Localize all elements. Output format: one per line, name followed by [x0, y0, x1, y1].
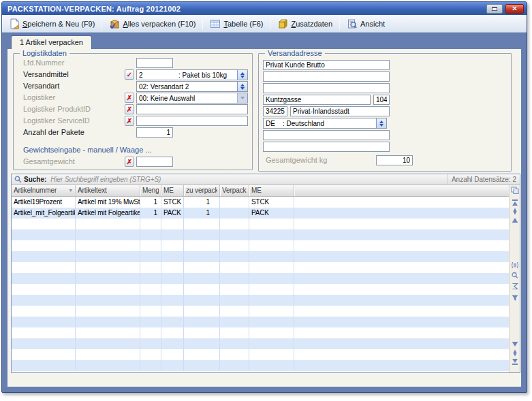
versandmittel-combobox[interactable]: 2: Paket bis 10kg — [136, 69, 248, 80]
gesamtgewicht-clear-button[interactable]: ✗ — [125, 157, 134, 167]
save-new-button[interactable]: Speichern & Neu (F9) — [3, 16, 100, 31]
title-bar[interactable]: PACKSTATION-VERPACKEN: Auftrag 20121002 … — [2, 2, 527, 15]
scroll-last-icon[interactable] — [511, 358, 519, 366]
pakete-field[interactable] — [136, 127, 173, 138]
table-row-empty[interactable] — [12, 306, 509, 317]
column-header-verpackt[interactable]: Verpackt — [220, 185, 249, 196]
serviceid-field[interactable] — [136, 116, 248, 126]
column-header-filler[interactable] — [294, 185, 509, 196]
cell-zu_verpacken — [184, 306, 220, 317]
table-row-empty[interactable] — [12, 229, 509, 240]
column-header-me[interactable]: ME — [161, 185, 184, 196]
sum-icon[interactable] — [511, 283, 519, 290]
hausnummer-field[interactable] — [373, 95, 390, 105]
table-row-empty[interactable] — [12, 251, 509, 262]
gesamtgewicht-field[interactable] — [136, 157, 173, 167]
produktid-field[interactable] — [136, 104, 248, 114]
table-row-empty[interactable] — [12, 273, 509, 284]
name2-field[interactable] — [263, 71, 390, 82]
table-row[interactable]: Artikel19ProzentArtikel mit 19% MwSt.1ST… — [12, 197, 509, 208]
column-header-artikelnummer[interactable]: Artikelnummer▼ — [12, 185, 76, 196]
tab-artikel-verpacken[interactable]: 1 Artikel verpacken — [11, 35, 92, 49]
spinner-icon[interactable] — [237, 70, 247, 80]
cell-me2 — [249, 251, 294, 262]
table-row-empty[interactable] — [12, 317, 509, 327]
column-header-artikeltext[interactable]: Artikeltext — [76, 185, 140, 196]
close-button[interactable]: ✕ — [505, 4, 524, 14]
cell-menge — [140, 295, 161, 306]
scroll-first-icon[interactable] — [511, 199, 519, 206]
name1-field[interactable] — [263, 60, 390, 70]
strasse-field[interactable] — [263, 95, 371, 105]
cell-artikeltext — [76, 229, 140, 240]
adresszusatz1-field[interactable] — [263, 130, 390, 140]
filter-icon[interactable] — [511, 294, 519, 302]
cell-artikelnummer — [12, 284, 76, 295]
versandmittel-check-button[interactable]: ✓ — [125, 69, 134, 80]
table-row-empty[interactable] — [12, 284, 509, 295]
table-row-empty[interactable] — [12, 262, 509, 273]
cell-menge — [140, 262, 161, 273]
column-header-menge[interactable]: Menge — [140, 185, 161, 196]
table-row-empty[interactable] — [12, 349, 509, 360]
logistiker-clear-button[interactable]: ✗ — [125, 93, 134, 103]
splitter-icon[interactable] — [511, 261, 519, 269]
grid-search-icon[interactable] — [511, 272, 519, 279]
versandart-combobox[interactable]: 02: Versandart 2 — [136, 81, 248, 92]
cell-me — [161, 349, 184, 360]
table-button[interactable]: Tabelle (F6) — [204, 16, 268, 31]
lfdnummer-field[interactable] — [136, 58, 173, 68]
table-row-empty[interactable] — [12, 219, 509, 229]
logistiker-label: Logistiker — [23, 93, 55, 101]
cell-artikeltext — [76, 284, 140, 295]
produktid-clear-button[interactable]: ✗ — [125, 104, 134, 114]
column-chooser-icon[interactable] — [511, 187, 519, 194]
gesamtgewicht-kg-field[interactable] — [376, 155, 413, 165]
cell-menge — [140, 240, 161, 251]
page-up-icon[interactable] — [511, 208, 519, 215]
table-row-empty[interactable] — [12, 327, 509, 338]
cell-verpackt — [220, 306, 249, 317]
cell-filler — [294, 360, 509, 371]
column-header-me2[interactable]: ME — [249, 185, 294, 196]
cell-verpackt — [220, 262, 249, 273]
view-button[interactable]: Ansicht — [341, 16, 390, 31]
maximize-button[interactable] — [486, 4, 503, 14]
produktid-label: Logistiker ProduktID — [23, 105, 91, 113]
table-row-empty[interactable] — [12, 360, 509, 371]
logistiker-combobox[interactable]: 00: Keine Auswahl — [136, 93, 248, 103]
column-header-zu_verpacken[interactable]: zu verpacke — [184, 185, 220, 196]
name3-field[interactable] — [263, 83, 390, 93]
search-label: Suche: — [24, 176, 46, 183]
maximize-icon — [492, 7, 497, 11]
table-row-empty[interactable] — [12, 240, 509, 251]
cell-menge: 1 — [140, 197, 161, 208]
scroll-down-icon[interactable] — [511, 340, 519, 348]
cell-artikelnummer — [12, 360, 76, 371]
table-row[interactable]: Artikel_mit_FolgeartikelArtikel mit Folg… — [12, 208, 509, 219]
spinner-icon[interactable] — [237, 82, 247, 91]
land-combobox[interactable]: DE: Deutschland — [263, 118, 387, 129]
ort-field[interactable] — [290, 106, 390, 116]
spinner-icon[interactable] — [376, 118, 386, 128]
search-bar[interactable]: Suche: Hier Suchbegriff eingeben (STRG+S… — [12, 174, 520, 185]
cell-zu_verpacken — [184, 295, 220, 306]
adresszusatz2-field[interactable] — [263, 142, 390, 152]
serviceid-clear-button[interactable]: ✗ — [125, 116, 134, 126]
additional-data-button[interactable]: Zusatzdaten — [272, 16, 338, 31]
plz-field[interactable] — [263, 106, 287, 116]
table-row-empty[interactable] — [12, 295, 509, 306]
cell-menge: 1 — [140, 208, 161, 219]
cell-zu_verpacken — [184, 251, 220, 262]
additional-data-label: Zusatzdaten — [291, 20, 332, 28]
page-down-icon[interactable] — [511, 349, 519, 357]
table-row-empty[interactable] — [12, 338, 509, 349]
pack-all-button[interactable]: Alles verpacken (F10) — [104, 16, 201, 31]
scroll-up-icon[interactable] — [511, 216, 519, 224]
cell-artikelnummer — [12, 306, 76, 317]
group-versandadresse: Versandadresse DE: Deutschland Gesamtgew… — [258, 53, 512, 172]
gesamtgewicht-label: Gesamtgewicht — [23, 157, 75, 165]
cell-menge — [140, 317, 161, 327]
cell-me2 — [249, 273, 294, 284]
cell-zu_verpacken — [184, 240, 220, 251]
